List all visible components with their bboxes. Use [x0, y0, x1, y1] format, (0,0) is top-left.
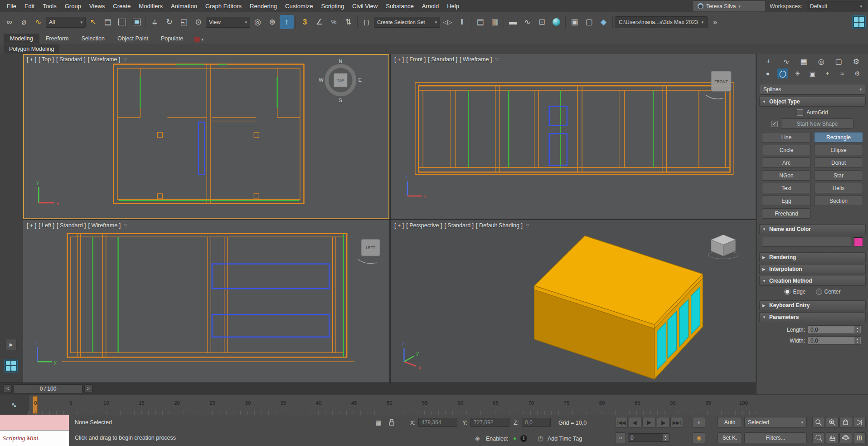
select-and-manipulate-icon[interactable]: ⊛ — [265, 15, 279, 29]
rollout-header-name-color[interactable]: ▼ Name and Color — [759, 224, 866, 234]
shield-icon[interactable]: ◈ — [475, 435, 480, 442]
zoom-region-button[interactable] — [812, 432, 825, 443]
align-icon[interactable]: ‖ — [455, 15, 469, 29]
maximize-viewport-toggle-button[interactable]: ⊞ — [853, 432, 866, 443]
hierarchy-tab-icon[interactable]: ▤ — [798, 56, 809, 66]
current-frame-field[interactable]: 0 ▴▾ — [628, 433, 669, 442]
spin-up-icon[interactable]: ▴ — [857, 327, 858, 330]
spin-up-icon[interactable]: ▴ — [665, 435, 666, 438]
select-and-move-icon[interactable]: ↔↕ — [148, 15, 162, 29]
menu-edit[interactable]: Edit — [20, 0, 39, 12]
ribbon-tab-freeform[interactable]: Freeform — [39, 34, 75, 44]
percent-snap-icon[interactable]: % — [327, 15, 341, 29]
menu-substance[interactable]: Substance — [382, 0, 417, 12]
viewport-menu-shading[interactable]: [ Wireframe ] — [88, 222, 121, 229]
render-setup-icon[interactable]: ▣ — [567, 15, 582, 29]
object-name-field[interactable] — [762, 237, 851, 247]
menu-arnold[interactable]: Arnold — [418, 0, 443, 12]
shape-button-star[interactable]: Star — [814, 170, 863, 181]
spin-up-icon[interactable]: ▴ — [857, 338, 858, 341]
menu-tools[interactable]: Tools — [39, 0, 60, 12]
isolate-selection-button[interactable]: + — [693, 417, 705, 428]
ribbon-tab-object-paint[interactable]: Object Paint — [111, 34, 155, 44]
project-folder-path[interactable]: C:\Users\maria...s\3ds Max 2023 ▾ — [615, 16, 708, 28]
bind-to-space-warp-icon[interactable]: ∿ — [31, 15, 45, 29]
selection-lock-icon[interactable] — [388, 418, 395, 426]
viewport-menu-plus[interactable]: [ + ] — [27, 56, 36, 63]
menu-rendering[interactable]: Rendering — [246, 0, 281, 12]
select-and-rotate-icon[interactable]: ↻ — [162, 15, 176, 29]
unlink-selection-icon[interactable]: ⌀ — [17, 15, 31, 29]
previous-frame-button[interactable]: ◀| — [629, 417, 641, 428]
render-production-icon[interactable]: ◆ — [596, 15, 611, 29]
rectangular-selection-region-icon[interactable] — [115, 15, 129, 29]
length-spinner[interactable]: 0,0 ▴▾ — [808, 325, 861, 334]
viewport-menu-renderer[interactable]: [ Standard ] — [444, 222, 474, 229]
rollout-header-creation-method[interactable]: ▼ Creation Method — [759, 276, 866, 286]
viewport-perspective[interactable]: z x y [ + ] [ Perspective ] [ Standard ]… — [391, 220, 756, 382]
menu-scripting[interactable]: Scripting — [317, 0, 349, 12]
viewport-menu-view[interactable]: [ Perspective ] — [406, 222, 442, 229]
selection-filter-dropdown[interactable]: All ▾ — [46, 17, 86, 28]
shape-button-ellipse[interactable]: Ellipse — [814, 145, 863, 155]
shape-button-egg[interactable]: Egg — [762, 196, 811, 206]
top-viewport-canvas[interactable]: TOP N E S W y x — [23, 54, 389, 219]
utilities-tab-icon[interactable]: ⚙ — [851, 56, 862, 66]
shape-button-line[interactable]: Line — [762, 132, 811, 142]
key-mode-toggle-icon[interactable]: ○ — [615, 432, 626, 443]
menu-create[interactable]: Create — [109, 0, 135, 12]
auto-key-button[interactable]: Auto — [718, 417, 742, 428]
listener-pane[interactable]: Scripting Mini — [0, 431, 69, 446]
viewport-front[interactable]: FRONT z x [ + ] [ Front ] [ Standard ] [… — [391, 54, 756, 219]
shape-button-helix[interactable]: Helix — [814, 183, 863, 193]
clock-icon[interactable]: ◷ — [538, 435, 543, 442]
toolbar-overflow-icon[interactable]: » — [708, 15, 722, 29]
viewport-menu-renderer[interactable]: [ Standard ] — [56, 56, 86, 63]
viewport-menu-view[interactable]: [ Top ] — [39, 56, 54, 63]
x-coordinate-field[interactable]: 479,364 — [418, 418, 457, 427]
window-crossing-icon[interactable] — [130, 15, 144, 29]
select-and-link-icon[interactable]: ∞ — [2, 15, 16, 29]
go-to-start-button[interactable]: |◀◀ — [615, 417, 628, 428]
time-slider-handle[interactable]: 0 / 100 — [14, 384, 82, 393]
shape-button-arc[interactable]: Arc — [762, 157, 811, 168]
menu-modifiers[interactable]: Modifiers — [135, 0, 167, 12]
named-selection-sets-dropdown[interactable]: Create Selection Set ▾ — [374, 17, 440, 28]
mirror-icon[interactable]: ◁▷ — [441, 15, 455, 29]
shape-button-rectangle[interactable]: Rectangle — [814, 132, 863, 142]
spacewarps-category-icon[interactable]: ≈ — [837, 69, 848, 78]
menu-civil-view[interactable]: Civil View — [348, 0, 382, 12]
ribbon-tab-selection[interactable]: Selection — [75, 34, 111, 44]
ribbon-config-dropdown[interactable]: ▾ — [194, 37, 204, 44]
rollout-header-object-type[interactable]: ▼ Object Type — [759, 97, 866, 107]
viewcube-compass[interactable]: TOP N E S W — [319, 59, 362, 103]
enabled-count-badge[interactable]: 1 — [520, 435, 527, 442]
menu-views[interactable]: Views — [85, 0, 109, 12]
shape-button-ngon[interactable]: NGon — [762, 170, 811, 181]
curve-editor-icon[interactable]: ∿ — [520, 15, 534, 29]
next-frame-button[interactable]: > — [84, 384, 92, 393]
viewport-menu-shading[interactable]: [ Wireframe ] — [88, 56, 121, 63]
rollout-header-rendering[interactable]: ▶ Rendering — [759, 252, 866, 262]
select-by-name-icon[interactable]: ▤ — [101, 15, 115, 29]
field-of-view-button[interactable] — [853, 417, 866, 428]
pan-hand-button[interactable] — [826, 432, 839, 443]
left-viewport-canvas[interactable]: LEFT z y — [23, 220, 389, 382]
select-and-place-icon[interactable]: ⊙ — [191, 15, 205, 29]
viewport-menu-plus[interactable]: [ + ] — [27, 222, 36, 229]
filters-button[interactable]: Filters... — [744, 432, 807, 443]
selection-lock-toggle-button[interactable]: ◉ — [693, 432, 705, 443]
viewport-menu-plus[interactable]: [ + ] — [394, 56, 404, 63]
create-tab-icon[interactable]: + — [763, 56, 774, 66]
ribbon-tab-modeling[interactable]: Modeling — [4, 34, 39, 44]
cameras-category-icon[interactable]: ▣ — [807, 69, 818, 78]
viewcube[interactable]: LEFT — [358, 239, 380, 263]
mini-curve-editor-button[interactable]: ∿ — [0, 395, 29, 415]
add-time-tag[interactable]: Add Time Tag — [548, 436, 582, 442]
viewport-menu-plus[interactable]: [ + ] — [394, 222, 404, 229]
snaps-toggle-icon[interactable]: 3 — [298, 15, 312, 29]
set-key-button[interactable]: Set K. — [718, 432, 742, 443]
viewport-menu-renderer[interactable]: [ Standard ] — [57, 222, 86, 229]
shapes-category-icon[interactable]: ◯ — [777, 69, 788, 78]
toggle-scene-explorer-icon[interactable]: ▤ — [473, 15, 487, 29]
